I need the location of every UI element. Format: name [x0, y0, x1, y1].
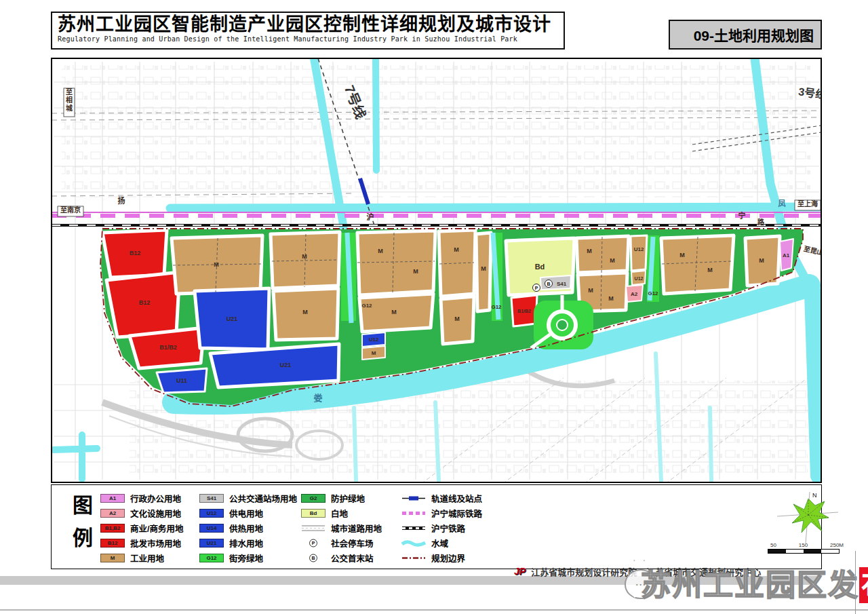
map-label: M [378, 248, 383, 254]
map-label: 娄 [313, 393, 322, 403]
map-label: B1/B2 [517, 309, 531, 313]
map-label: B1/B2 [159, 344, 177, 351]
map-label: U12 [369, 337, 379, 343]
scale-tick: 50 [770, 542, 776, 548]
legend-item: U12供电用地 [199, 508, 297, 518]
legend: 图例 A1行政办公用地A2文化设施用地B1,B2商业/商务用地B12批发市场用地… [51, 484, 822, 569]
map-label: U12 [635, 276, 644, 281]
legend-sym-p: P [301, 539, 326, 548]
legend-label: 轨道线及站点 [431, 492, 482, 505]
map-label: M [214, 261, 219, 268]
map-label: U21 [280, 362, 292, 368]
legend-label: 供热用地 [229, 522, 263, 535]
map-label: 至上海 [797, 199, 818, 208]
legend-sym-road [301, 524, 326, 533]
legend-label: 公交首末站 [331, 552, 374, 564]
legend-item: 城市道路用地 [301, 523, 382, 533]
legend-chip-G12: G12 [199, 554, 224, 562]
legend-column-2: S41公共交通站场用地U12供电用地U14供热用地U21排水用地G12街旁绿地 [199, 493, 297, 563]
svg-text:P: P [312, 541, 315, 545]
station-icon-letter: B [547, 282, 550, 286]
map-label: 路 [757, 218, 765, 226]
legend-sym-railway [401, 524, 426, 533]
sheet-number-box: 09-土地利用规划图 [669, 20, 822, 50]
legend-label: 供电用地 [229, 507, 263, 520]
scale-tick: 250M [830, 542, 844, 548]
sheet-number: 09-土地利用规划图 [694, 24, 814, 45]
legend-label: 工业用地 [130, 552, 164, 564]
map-label: M [610, 257, 615, 264]
map-label: G12 [491, 304, 502, 310]
map-label: A2 [631, 291, 638, 297]
legend-label: 商业/商务用地 [130, 522, 183, 535]
map-label: U11 [176, 377, 187, 384]
map-label: B12 [130, 250, 141, 256]
map-label: M [413, 268, 418, 275]
legend-item: A2文化设施用地 [100, 508, 183, 518]
parcel-M [439, 230, 475, 296]
legend-item: U14供热用地 [199, 523, 297, 533]
legend-chip-A1: A1 [100, 494, 125, 503]
org-name-1: 江苏省城市规划设计研究院 [531, 565, 637, 578]
legend-item: 沪宁铁路 [401, 523, 482, 533]
legend-chip-M: M [100, 554, 125, 562]
compass-rose: N [757, 491, 845, 545]
legend-label: 街旁绿地 [229, 552, 263, 564]
station-icon-letter: P [535, 286, 538, 290]
map-label: 至南京 [60, 206, 81, 214]
map-label: M [588, 287, 593, 294]
legend-sym-boundary [401, 554, 426, 562]
legend-chip-U12: U12 [199, 509, 224, 518]
attribution: JP 江苏省城市规划设计研究院 江苏省城市交通规划研究中心 [514, 565, 770, 577]
map-label: M [454, 246, 459, 253]
map-label: M [391, 309, 397, 315]
page: 苏州工业园区智能制造产业园区控制性详细规划及城市设计 Regulatory Pl… [0, 0, 868, 614]
watermark-last-char: 布 [859, 567, 868, 603]
map: PB B12B12B1/B2U11MU21U21MMMMMMU12MMBdB1/… [51, 58, 822, 483]
legend-sym-b: B [301, 554, 326, 562]
map-label: M [372, 350, 376, 356]
parcel-M [476, 233, 491, 311]
map-label: M [302, 253, 307, 260]
land-use-map-canvas: PB B12B12B1/B2U11MU21U21MMMMMMU12MMBdB1/… [52, 58, 821, 482]
map-label: B12 [139, 299, 151, 306]
map-label: 至相城 [66, 88, 73, 112]
page-right-edge [855, 551, 856, 614]
legend-label: 防护绿地 [331, 492, 365, 505]
legend-label: 行政办公用地 [130, 492, 181, 505]
compass-north-label: N [812, 492, 817, 499]
legend-item: G12街旁绿地 [199, 553, 297, 563]
map-label: M [679, 252, 685, 258]
parcel-m [576, 236, 629, 273]
map-label: M [587, 248, 592, 254]
legend-label: 文化设施用地 [130, 507, 181, 520]
scale-tick-labels: 50150250M [762, 542, 844, 548]
map-label: A1 [783, 252, 790, 258]
legend-label: 排水用地 [229, 537, 263, 550]
page-subtitle-en: Regulatory Planning and Urban Design of … [58, 35, 558, 43]
map-label: G12 [361, 303, 372, 309]
legend-item: P社会停车场 [301, 538, 382, 548]
map-label: 至昆山 [803, 244, 821, 256]
parcel-U21 [210, 344, 339, 387]
legend-sym-intercity [401, 509, 426, 518]
legend-label: 公共交通站场用地 [229, 492, 297, 505]
legend-title: 图例 [69, 495, 92, 560]
map-label: 扬 [118, 196, 125, 205]
map-label: U12 [634, 246, 644, 252]
legend-label: 沪宁铁路 [431, 522, 465, 535]
legend-label: 社会停车场 [331, 537, 374, 550]
legend-sym-water [401, 539, 426, 548]
map-label: 沪 [367, 212, 374, 221]
legend-label: 规划边界 [431, 552, 465, 564]
map-label: U21 [226, 315, 238, 322]
page-bottom-edge [0, 609, 868, 611]
page-title: 苏州工业园区智能制造产业园区控制性详细规划及城市设计 [58, 14, 558, 35]
legend-item: B1,B2商业/商务用地 [100, 523, 183, 533]
legend-label: 批发市场用地 [130, 537, 181, 550]
legend-chip-U21: U21 [199, 539, 224, 548]
legend-item: M工业用地 [100, 553, 183, 563]
legend-label: 白地 [331, 507, 348, 520]
scale-bar: 50150250M [762, 542, 844, 554]
legend-label: 城市道路用地 [331, 522, 382, 535]
